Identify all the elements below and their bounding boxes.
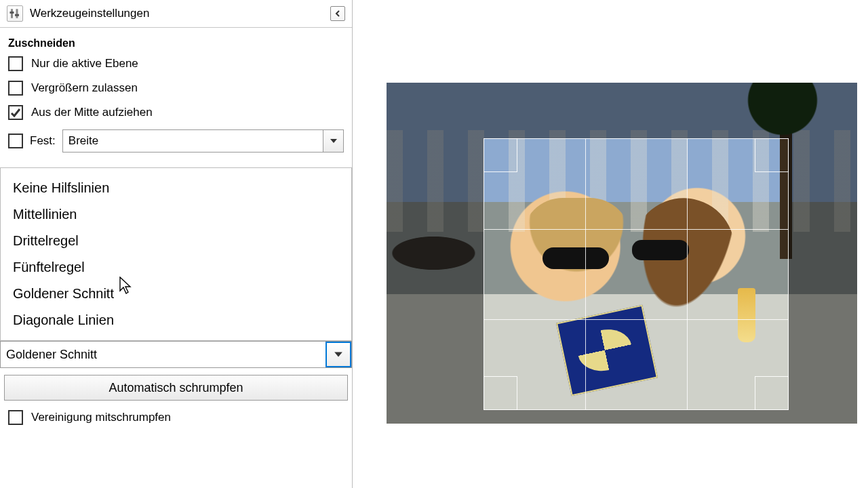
fixed-dimension-combo[interactable]: Breite: [62, 129, 344, 152]
tool-options-icon: [7, 5, 23, 22]
guide-option[interactable]: Fünftelregel: [1, 254, 351, 281]
panel-title: Werkzeugeinstellungen: [30, 7, 323, 20]
label-only-active-layer: Nur die aktive Ebene: [31, 57, 138, 70]
image-canvas[interactable]: [387, 83, 857, 424]
guide-option[interactable]: Keine Hilfslinien: [1, 175, 351, 201]
crop-handle-bottom-left[interactable]: [484, 376, 517, 410]
guide-option[interactable]: Drittelregel: [1, 228, 351, 254]
section-title: Zuschneiden: [8, 37, 344, 49]
tool-options-panel: Werkzeugeinstellungen Zuschneiden Nur di…: [0, 0, 353, 488]
label-shrink-merged: Vereinigung mitschrumpfen: [31, 411, 171, 424]
checkbox-shrink-merged[interactable]: [8, 410, 23, 425]
checkbox-only-active-layer[interactable]: [8, 56, 23, 71]
guide-option[interactable]: Mittellinien: [1, 201, 351, 228]
fixed-dimension-value: Breite: [63, 130, 323, 152]
panel-collapse-button[interactable]: [330, 6, 345, 21]
guide-mode-combo[interactable]: Goldener Schnitt: [0, 341, 352, 368]
checkbox-allow-growing[interactable]: [8, 81, 23, 96]
crop-handle-bottom-right[interactable]: [755, 376, 789, 410]
label-allow-growing: Vergrößern zulassen: [31, 81, 138, 95]
auto-shrink-label: Automatisch schrumpfen: [108, 381, 243, 395]
crop-handle-top-right[interactable]: [755, 138, 789, 172]
label-from-center: Aus der Mitte aufziehen: [31, 106, 153, 119]
checkbox-fixed[interactable]: [8, 134, 23, 148]
crop-options-section: Zuschneiden Nur die aktive Ebene Vergröß…: [0, 28, 352, 167]
svg-marker-5: [334, 352, 342, 357]
label-fixed: Fest:: [30, 134, 56, 148]
chevron-down-icon[interactable]: [323, 130, 343, 152]
svg-rect-2: [10, 12, 14, 14]
guide-option[interactable]: Diagonale Linien: [1, 307, 351, 333]
chevron-down-icon[interactable]: [326, 342, 351, 367]
guide-option[interactable]: Goldener Schnitt: [1, 281, 351, 307]
crop-rectangle[interactable]: [484, 138, 789, 410]
svg-rect-3: [15, 14, 19, 16]
panel-header: Werkzeugeinstellungen: [0, 0, 352, 28]
guide-options-dropdown: Keine Hilfslinien Mittellinien Drittelre…: [0, 167, 352, 341]
svg-rect-1: [16, 9, 18, 18]
auto-shrink-button[interactable]: Automatisch schrumpfen: [4, 375, 348, 401]
svg-marker-4: [330, 139, 337, 143]
guide-mode-value: Goldener Schnitt: [1, 342, 326, 367]
checkbox-from-center[interactable]: [8, 105, 23, 120]
crop-handle-top-left[interactable]: [484, 138, 517, 172]
